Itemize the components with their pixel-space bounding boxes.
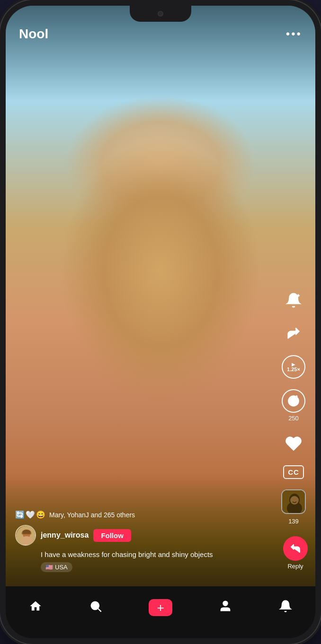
plus-icon: + <box>157 600 164 615</box>
reply-label: Reply <box>287 563 303 570</box>
handshake-icon <box>282 432 305 455</box>
right-actions-panel: ▶ 1.25× 250 <box>281 289 306 525</box>
cc-box: CC <box>283 465 304 479</box>
follow-button[interactable]: Follow <box>93 529 131 542</box>
reply-button-area[interactable]: Reply <box>283 536 308 570</box>
camera-dot <box>158 11 163 17</box>
share-icon <box>282 322 305 345</box>
svg-point-14 <box>223 601 228 605</box>
notch <box>130 6 191 22</box>
search-icon <box>89 600 102 616</box>
add-button[interactable]: + <box>149 599 172 616</box>
home-icon <box>29 600 42 616</box>
speed-action[interactable]: ▶ 1.25× <box>282 355 305 379</box>
likes-text: Mary, YohanJ and 265 others <box>49 511 135 519</box>
speed-label: 1.25× <box>287 367 300 372</box>
avatar-image <box>16 526 35 545</box>
emoji-heart: 🤍 <box>26 510 35 519</box>
flag-icon: 🇺🇸 <box>45 564 53 571</box>
likes-row: 🔄 🤍 😄 Mary, YohanJ and 265 others <box>15 510 277 519</box>
nav-search[interactable] <box>89 600 102 616</box>
header: Nool ••• <box>6 26 315 42</box>
like-action[interactable] <box>282 432 305 455</box>
emoji-smile: 😄 <box>36 510 45 519</box>
svg-point-12 <box>91 601 98 609</box>
username: jenny_wirosa <box>41 531 89 540</box>
profile-count: 139 <box>288 518 299 525</box>
svg-line-13 <box>98 609 101 611</box>
bottom-navigation: + <box>6 586 315 638</box>
location-label: USA <box>55 564 68 571</box>
thumbnail-face <box>282 490 305 513</box>
svg-point-8 <box>290 496 299 505</box>
profile-thumbnail-action[interactable]: 139 <box>281 489 306 525</box>
location-tag[interactable]: 🇺🇸 USA <box>41 562 72 572</box>
reply-circle <box>283 536 308 561</box>
phone-screen: Nool ••• <box>6 6 315 638</box>
bell-plus-icon <box>282 289 305 312</box>
app-title: Nool <box>19 26 48 42</box>
person-icon <box>219 600 232 616</box>
share-action[interactable] <box>282 322 305 345</box>
nav-notifications[interactable] <box>279 600 292 616</box>
emoji-recycle: 🔄 <box>15 510 25 519</box>
profile-thumbnail <box>281 489 306 514</box>
caption-text: I have a weakness for chasing bright and… <box>41 549 277 559</box>
more-menu-button[interactable]: ••• <box>286 27 302 41</box>
captions-action[interactable]: CC <box>283 465 304 479</box>
nav-profile[interactable] <box>219 600 232 616</box>
clip-action[interactable]: 250 <box>282 389 305 422</box>
subscribe-action[interactable] <box>282 289 305 312</box>
clip-icon <box>282 389 305 413</box>
clip-count: 250 <box>288 415 299 422</box>
nav-home[interactable] <box>29 600 42 616</box>
speed-circle: ▶ 1.25× <box>282 355 305 379</box>
bell-icon <box>279 600 292 616</box>
bottom-info: 🔄 🤍 😄 Mary, YohanJ and 265 others <box>15 510 277 572</box>
phone-frame: Nool ••• <box>0 0 321 644</box>
nav-add[interactable]: + <box>149 599 172 616</box>
user-row: jenny_wirosa Follow <box>15 525 277 546</box>
likes-emojis: 🔄 🤍 😄 <box>15 510 45 519</box>
user-avatar[interactable] <box>15 525 36 546</box>
